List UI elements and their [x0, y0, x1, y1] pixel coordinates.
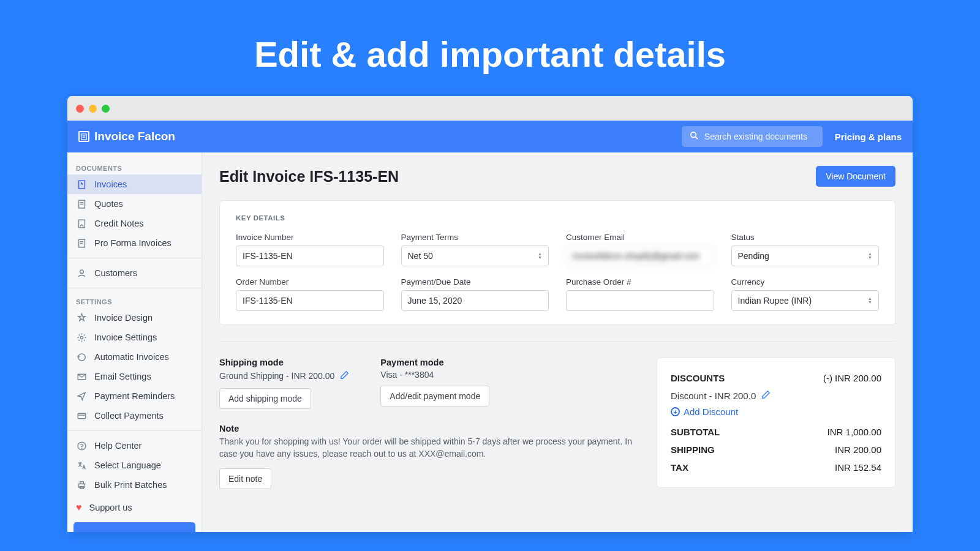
due-date-input[interactable]	[401, 290, 549, 311]
sidebar-item-label: Pro Forma Invoices	[94, 238, 172, 248]
minimize-window-icon[interactable]	[89, 105, 97, 113]
shipping-mode-heading: Shipping mode	[219, 358, 350, 367]
sidebar-item-bulk-print[interactable]: Bulk Print Batches	[67, 475, 202, 495]
sidebar-divider	[67, 288, 202, 288]
sidebar-item-help-center[interactable]: Help Center	[67, 436, 202, 455]
payments-icon	[76, 410, 87, 421]
add-payment-button[interactable]: Add/edit payment mode	[380, 386, 489, 407]
sidebar-item-label: Payment Reminders	[94, 391, 175, 401]
help-icon	[76, 440, 87, 451]
search-input[interactable]	[704, 132, 815, 141]
sidebar-section-documents: DOCUMENTS	[67, 160, 202, 174]
sidebar-item-credit-notes[interactable]: Credit Notes	[67, 214, 202, 233]
email-icon	[76, 371, 87, 382]
svg-rect-21	[80, 481, 83, 484]
due-date-label: Payment/Due Date	[401, 277, 549, 287]
sidebar-item-support[interactable]: ♥ Support us	[67, 498, 202, 517]
sidebar-item-automatic-invoices[interactable]: Automatic Invoices	[67, 347, 202, 367]
sidebar-item-quotes[interactable]: Quotes	[67, 194, 202, 214]
sidebar-item-label: Invoice Settings	[94, 332, 157, 342]
sidebar-item-proforma[interactable]: Pro Forma Invoices	[67, 233, 202, 253]
sidebar-item-label: Support us	[89, 503, 132, 512]
key-details-label: KEY DETAILS	[236, 214, 879, 222]
window-titlebar	[67, 96, 913, 121]
tax-value: INR 152.54	[835, 462, 881, 473]
hero-title: Edit & add important details	[0, 0, 980, 96]
sidebar-item-label: Invoices	[94, 179, 127, 189]
sidebar-item-invoices[interactable]: Invoices	[67, 174, 202, 194]
sidebar-item-label: Collect Payments	[94, 411, 164, 421]
sidebar-item-select-language[interactable]: Select Language	[67, 455, 202, 475]
payment-mode-value: Visa - ***3804	[380, 370, 434, 380]
po-number-input[interactable]	[566, 290, 714, 311]
order-number-input[interactable]	[236, 290, 384, 311]
sidebar-cta-button[interactable]	[74, 522, 195, 532]
subtotal-value: INR 1,000.00	[827, 427, 881, 437]
search-box[interactable]	[682, 126, 823, 147]
proforma-icon	[76, 238, 87, 249]
payment-mode-heading: Payment mode	[380, 358, 489, 367]
sidebar-divider	[67, 430, 202, 431]
key-details-card: KEY DETAILS Invoice Number Payment Terms…	[219, 200, 895, 325]
sidebar-divider	[67, 258, 202, 258]
page-title: Edit Invoice IFS-1135-EN	[219, 168, 399, 186]
invoice-number-label: Invoice Number	[236, 233, 384, 242]
invoice-number-input[interactable]	[236, 246, 384, 266]
sidebar-item-label: Help Center	[94, 441, 141, 451]
close-window-icon[interactable]	[76, 105, 84, 113]
shipping-value: INR 200.00	[835, 444, 881, 455]
svg-rect-5	[78, 181, 85, 189]
customer-email-input[interactable]	[566, 246, 714, 266]
plus-circle-icon: +	[671, 407, 680, 416]
quote-icon	[76, 198, 87, 209]
brand[interactable]: Invoice Falcon	[78, 130, 175, 143]
svg-rect-16	[78, 413, 86, 419]
search-icon	[689, 130, 699, 143]
view-document-button[interactable]: View Document	[816, 166, 895, 187]
po-number-label: Purchase Order #	[566, 277, 714, 287]
status-select[interactable]: Pending ▲▼	[731, 246, 880, 266]
design-icon	[76, 312, 87, 323]
discounts-label: DISCOUNTS	[671, 373, 725, 383]
payment-terms-select[interactable]: Net 50 ▲▼	[401, 246, 549, 266]
svg-point-14	[80, 336, 83, 339]
sidebar-item-customers[interactable]: Customers	[67, 263, 202, 283]
credit-note-icon	[76, 218, 87, 229]
reminder-icon	[76, 391, 87, 402]
sidebar-item-label: Invoice Design	[94, 313, 153, 323]
sidebar-item-email-settings[interactable]: Email Settings	[67, 367, 202, 386]
pricing-plans-link[interactable]: Pricing & plans	[835, 132, 902, 142]
chevron-updown-icon: ▲▼	[538, 252, 542, 260]
edit-shipping-icon[interactable]	[339, 370, 350, 382]
divider	[219, 341, 895, 342]
app-window: Invoice Falcon Pricing & plans DOCUMENTS…	[67, 96, 913, 532]
currency-select[interactable]: Indian Rupee (INR) ▲▼	[731, 290, 880, 311]
summary-card: DISCOUNTS (-) INR 200.00 Discount - INR …	[657, 358, 895, 488]
customer-email-label: Customer Email	[566, 233, 714, 242]
sidebar-item-collect-payments[interactable]: Collect Payments	[67, 406, 202, 425]
sidebar-item-payment-reminders[interactable]: Payment Reminders	[67, 386, 202, 406]
sidebar-item-invoice-settings[interactable]: Invoice Settings	[67, 328, 202, 347]
shipping-mode-value: Ground Shipping - INR 200.00	[219, 371, 334, 381]
edit-note-button[interactable]: Edit note	[219, 468, 271, 489]
status-label: Status	[731, 233, 880, 242]
svg-rect-9	[78, 220, 85, 228]
sidebar: DOCUMENTS Invoices Quotes Credit Notes P…	[67, 152, 202, 532]
customers-icon	[76, 268, 87, 279]
edit-discount-icon[interactable]	[761, 389, 771, 402]
maximize-window-icon[interactable]	[102, 105, 110, 113]
note-text: Thank you for shopping with us! Your ord…	[219, 436, 632, 460]
sidebar-section-settings: SETTINGS	[67, 293, 202, 308]
order-number-label: Order Number	[236, 277, 384, 287]
tax-label: TAX	[671, 462, 688, 473]
sidebar-item-invoice-design[interactable]: Invoice Design	[67, 308, 202, 328]
print-icon	[76, 479, 87, 490]
svg-point-19	[81, 448, 82, 448]
add-shipping-button[interactable]: Add shipping mode	[219, 388, 311, 409]
automatic-icon	[76, 351, 87, 362]
add-discount-button[interactable]: + Add Discount	[671, 404, 881, 423]
currency-label: Currency	[731, 277, 880, 287]
language-icon	[76, 460, 87, 471]
svg-line-4	[695, 137, 698, 140]
sidebar-item-label: Bulk Print Batches	[94, 480, 167, 490]
